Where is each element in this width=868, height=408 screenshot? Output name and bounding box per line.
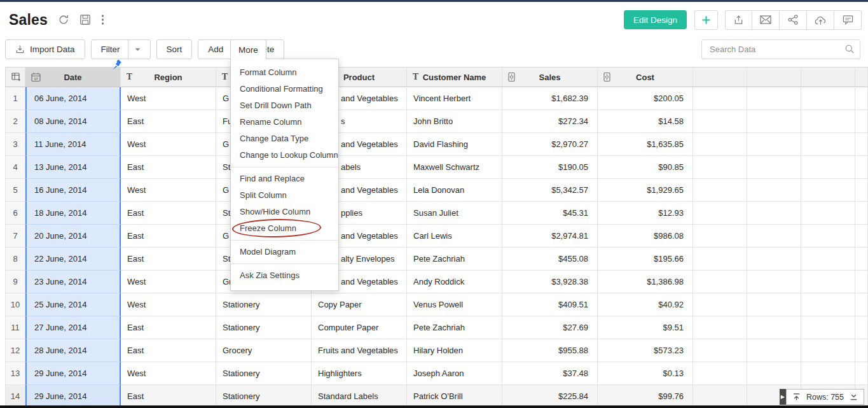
cell-product[interactable]: Fruits and Vegetables — [312, 339, 407, 362]
menu-item-format-column[interactable]: Format Column — [231, 64, 338, 81]
add-new-button[interactable] — [694, 10, 718, 30]
cell-customer[interactable]: Venus Powell — [407, 293, 502, 316]
cell-num[interactable]: 1 — [5, 87, 25, 110]
cell-num[interactable]: 7 — [5, 225, 25, 248]
cell-sales[interactable]: $27.69 — [502, 316, 598, 339]
cell-cost[interactable]: $0.13 — [598, 362, 693, 385]
cell-region[interactable]: West — [121, 293, 216, 316]
cell-date[interactable]: 23 June, 2014 — [25, 271, 121, 293]
cell-sales[interactable]: $190.05 — [502, 156, 598, 179]
cell-region[interactable]: West — [121, 271, 216, 293]
cell-empty1[interactable] — [693, 362, 747, 385]
cell-empty3[interactable] — [801, 133, 855, 156]
cell-num[interactable]: 11 — [5, 316, 25, 339]
cell-sales[interactable]: $2,970.27 — [502, 133, 598, 156]
cell-cost[interactable]: $200.05 — [598, 87, 693, 110]
cell-product[interactable]: Computer Paper — [312, 316, 407, 339]
cell-num[interactable]: 6 — [5, 202, 25, 225]
refresh-button[interactable] — [58, 14, 69, 25]
cell-empty4[interactable] — [855, 87, 868, 110]
cell-region[interactable]: West — [121, 362, 216, 385]
cell-customer[interactable]: Andy Roddick — [407, 271, 502, 293]
cell-num[interactable]: 12 — [5, 339, 25, 362]
cell-empty1[interactable] — [693, 156, 747, 179]
cell-category[interactable]: Stationery — [216, 385, 312, 408]
cell-date[interactable]: 11 June, 2014 — [25, 133, 121, 156]
cell-sales[interactable]: $455.08 — [502, 248, 598, 271]
menu-item-ask-zia-settings[interactable]: Ask Zia Settings — [231, 267, 338, 284]
cell-sales[interactable]: $1,682.39 — [502, 87, 598, 110]
cell-sales[interactable]: $409.51 — [502, 293, 598, 316]
cell-empty1[interactable] — [693, 202, 747, 225]
cell-customer[interactable]: Patrick O'Brill — [407, 385, 502, 408]
cell-date[interactable]: 25 June, 2014 — [25, 293, 121, 316]
scroll-bottom-icon[interactable] — [850, 393, 858, 401]
cell-category[interactable]: Stationery — [216, 293, 312, 316]
cell-sales[interactable]: $272.34 — [502, 110, 598, 133]
cell-region[interactable]: East — [121, 225, 216, 248]
search-input[interactable] — [701, 39, 860, 59]
cell-category[interactable]: Grocery — [216, 339, 312, 362]
cell-num[interactable]: 8 — [5, 248, 25, 271]
cell-cost[interactable]: $1,635.85 — [598, 133, 693, 156]
cell-empty4[interactable] — [855, 133, 868, 156]
cell-num[interactable]: 5 — [5, 179, 25, 202]
cell-empty1[interactable] — [693, 385, 747, 408]
col-header-num[interactable] — [5, 67, 25, 87]
cell-cost[interactable]: $573.23 — [598, 339, 693, 362]
cell-num[interactable]: 2 — [5, 110, 25, 133]
cell-empty3[interactable] — [801, 293, 855, 316]
cell-customer[interactable]: Joseph Aaron — [407, 362, 502, 385]
cell-category[interactable]: Stationery — [216, 316, 312, 339]
cell-cost[interactable]: $986.08 — [598, 225, 693, 248]
cell-empty3[interactable] — [801, 179, 855, 202]
cell-sales[interactable]: $2,974.81 — [502, 225, 598, 248]
cell-cost[interactable]: $1,386.98 — [598, 271, 693, 293]
menu-item-split-column[interactable]: Split Column — [231, 187, 338, 204]
cell-empty3[interactable] — [801, 202, 855, 225]
cell-date[interactable]: 06 June, 2014 — [25, 87, 121, 110]
cell-product[interactable]: Copy Paper — [312, 293, 407, 316]
cell-cost[interactable]: $99.76 — [598, 385, 693, 408]
cell-cost[interactable]: $1,929.65 — [598, 179, 693, 202]
cell-date[interactable]: 13 June, 2014 — [25, 156, 121, 179]
export-button[interactable] — [725, 10, 752, 30]
cell-date[interactable]: 29 June, 2014 — [25, 385, 121, 408]
cell-region[interactable]: East — [121, 248, 216, 271]
cell-region[interactable]: East — [121, 339, 216, 362]
cell-cost[interactable]: $195.66 — [598, 248, 693, 271]
cell-num[interactable]: 14 — [5, 385, 25, 408]
cell-customer[interactable]: Pete Zachriah — [407, 316, 502, 339]
cell-empty1[interactable] — [693, 339, 747, 362]
cell-num[interactable]: 3 — [5, 133, 25, 156]
more-options-button[interactable] — [101, 14, 104, 25]
cell-empty3[interactable] — [801, 225, 855, 248]
cell-sales[interactable]: $37.48 — [502, 362, 598, 385]
cell-empty4[interactable] — [855, 110, 868, 133]
add-button[interactable]: Add — [198, 39, 233, 59]
col-header-customer[interactable]: TCustomer Name — [407, 67, 502, 87]
cell-empty4[interactable] — [855, 339, 868, 362]
cell-customer[interactable]: John Britto — [407, 110, 502, 133]
cell-empty2[interactable] — [747, 248, 801, 271]
cell-empty2[interactable] — [747, 179, 801, 202]
cell-region[interactable]: East — [121, 156, 216, 179]
menu-item-find-and-replace[interactable]: Find and Replace — [231, 171, 338, 187]
cell-customer[interactable]: David Flashing — [407, 133, 502, 156]
cell-region[interactable]: East — [121, 385, 216, 408]
cell-region[interactable]: West — [121, 87, 216, 110]
cell-category[interactable]: Stationery — [216, 362, 312, 385]
cell-customer[interactable]: Vincent Herbert — [407, 87, 502, 110]
cell-empty2[interactable] — [747, 202, 801, 225]
cell-empty3[interactable] — [801, 110, 855, 133]
scroll-top-icon[interactable] — [792, 393, 801, 401]
col-header-date[interactable]: 17Date — [25, 67, 121, 87]
cell-empty4[interactable] — [855, 362, 868, 385]
cell-empty4[interactable] — [855, 179, 868, 202]
email-button[interactable] — [752, 10, 780, 30]
cell-cost[interactable]: $90.85 — [598, 156, 693, 179]
cell-product[interactable]: Highlighters — [312, 362, 407, 385]
menu-item-show-hide-column[interactable]: Show/Hide Column — [231, 204, 338, 220]
cell-empty4[interactable] — [855, 248, 868, 271]
filter-button[interactable]: Filter — [91, 39, 151, 59]
